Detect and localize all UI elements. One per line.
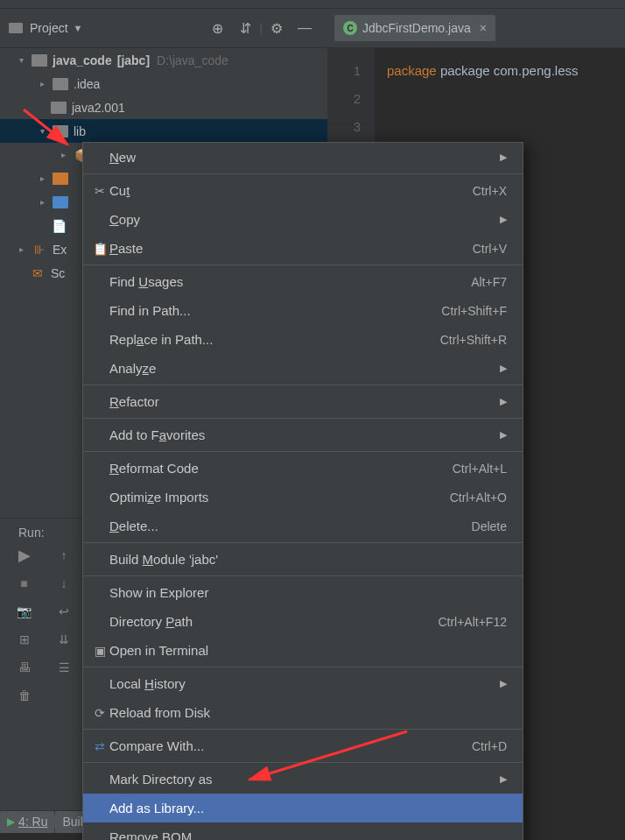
file-icon: 📄 [51,219,67,233]
chevron-right-icon[interactable]: ▸ [19,244,32,254]
run-icon: ▶ [7,815,15,828]
reload-icon: ⟳ [90,706,109,720]
menu-new[interactable]: New▶ [83,143,523,172]
compare-icon: ⇄ [90,739,109,753]
terminal-icon: ▣ [90,644,109,658]
menu-delete[interactable]: Delete...Delete [83,512,523,540]
chevron-right-icon[interactable]: ▸ [40,197,53,207]
close-icon[interactable]: × [480,21,487,35]
trash-icon[interactable]: 🗑 [16,687,33,704]
chevron-down-icon[interactable]: ▾ [40,126,53,136]
menu-remove-bom[interactable]: Remove BOM [83,822,523,840]
context-menu: New▶ ✂CutCtrl+X Copy▶ 📋PasteCtrl+V Find … [82,142,523,840]
menu-local-history[interactable]: Local History▶ [83,669,523,698]
cut-icon: ✂ [90,184,109,198]
project-view-selector[interactable]: Project ▼ [9,21,82,35]
scroll-icon[interactable]: ⇊ [55,631,73,648]
tab-label: JdbcFirstDemo.java [362,21,471,35]
folder-icon [53,125,68,138]
menu-cut[interactable]: ✂CutCtrl+X [83,176,523,205]
print-icon[interactable]: 🖶 [16,659,33,676]
menu-show-explorer[interactable]: Show in Explorer [83,578,523,607]
scratch-icon: ✉ [30,266,46,280]
editor-tab[interactable]: C JdbcFirstDemo.java × [334,15,495,41]
project-icon [9,23,23,33]
layout-icon[interactable]: ⊞ [16,631,33,648]
hide-icon[interactable]: — [297,20,312,36]
folder-icon [32,54,47,67]
tree-item-idea[interactable]: ▸ .idea [0,72,327,95]
project-title: Project [30,21,68,35]
menu-open-terminal[interactable]: ▣Open in Terminal [83,636,523,665]
down-icon[interactable]: ↓ [55,575,73,592]
filter-icon[interactable]: ☰ [55,659,73,676]
menu-favorites[interactable]: Add to Favorites▶ [83,420,523,449]
menu-build-module[interactable]: Build Module 'jabc' [83,545,523,574]
lib-icon: ⊪ [32,243,47,257]
menu-find-in-path[interactable]: Find in Path...Ctrl+Shift+F [83,296,523,325]
menu-find-usages[interactable]: Find UsagesAlt+F7 [83,267,523,296]
menu-mark-directory[interactable]: Mark Directory as▶ [83,765,523,794]
folder-icon [51,102,67,114]
camera-icon[interactable]: 📷 [16,603,33,620]
folder-icon [53,173,68,185]
dropdown-icon: ▼ [74,23,83,33]
menu-copy[interactable]: Copy▶ [83,205,523,234]
menu-paste[interactable]: 📋PasteCtrl+V [83,234,523,263]
chevron-down-icon[interactable]: ▾ [19,55,32,65]
menu-add-library[interactable]: Add as Library... [83,794,523,822]
breadcrumb-bar [0,0,625,9]
expand-icon[interactable]: ⇵ [237,20,253,36]
tree-root[interactable]: ▾ java_code [jabc] D:\java_code [0,48,327,72]
tree-item-java2[interactable]: java2.001 [0,95,327,119]
menu-analyze[interactable]: Analyze▶ [83,354,523,383]
chevron-right-icon[interactable]: ▸ [61,150,74,159]
menu-reformat[interactable]: Reformat CodeCtrl+Alt+L [83,454,523,483]
up-icon[interactable]: ↑ [55,547,73,564]
gear-icon[interactable]: ⚙ [269,20,284,36]
wrap-icon[interactable]: ↩ [55,603,73,620]
folder-icon [53,196,68,208]
project-panel-header: Project ▼ ⊕ ⇵ | ⚙ — [0,9,327,48]
menu-dir-path[interactable]: Directory PathCtrl+Alt+F12 [83,607,523,636]
editor-tabbar: C JdbcFirstDemo.java × [327,9,625,48]
menu-reload[interactable]: ⟳Reload from Disk [83,698,523,727]
menu-optimize[interactable]: Optimize ImportsCtrl+Alt+O [83,483,523,512]
divider: | [259,21,263,35]
menu-refactor[interactable]: Refactor▶ [83,387,523,416]
target-icon[interactable]: ⊕ [209,20,225,36]
chevron-right-icon[interactable]: ▸ [40,79,53,88]
menu-replace-in-path[interactable]: Replace in Path...Ctrl+Shift+R [83,325,523,354]
menu-compare[interactable]: ⇄Compare With...Ctrl+D [83,731,523,760]
run-tab[interactable]: ▶ 4: Ru [0,811,54,833]
chevron-right-icon[interactable]: ▸ [40,173,53,183]
run-icon[interactable]: ▶ [16,547,33,564]
stop-icon[interactable]: ■ [16,575,33,592]
java-class-icon: C [343,21,357,35]
tree-item-lib[interactable]: ▾ lib [0,119,327,143]
folder-icon [53,78,68,90]
paste-icon: 📋 [90,242,109,256]
